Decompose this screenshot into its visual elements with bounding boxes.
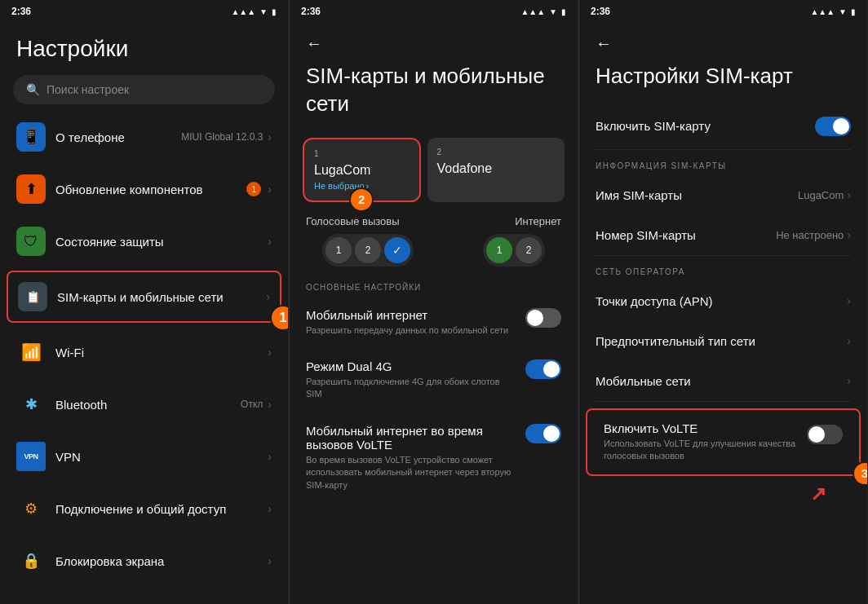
lock-label: Блокировка экрана <box>55 554 268 568</box>
internet-selector: 1 2 <box>483 234 545 267</box>
dual4g-toggle[interactable] <box>525 359 561 379</box>
section-operator: СЕТЬ ОПЕРАТОРА <box>579 256 867 281</box>
sim-text: SIM-карты и мобильные сети <box>57 290 266 304</box>
signal-icon-3: ▲▲▲ <box>810 7 835 16</box>
bluetooth-icon: ✱ <box>16 390 46 419</box>
internet-sim2-btn[interactable]: 2 <box>516 237 542 263</box>
back-button-2[interactable]: ← <box>290 23 578 56</box>
status-bar-2: 2:36 ▲▲▲ ▼ ▮ <box>290 0 578 23</box>
battery-icon: ▮ <box>272 7 277 16</box>
menu-mobile-internet[interactable]: Мобильный интернет Разрешить передачу да… <box>290 297 578 348</box>
enable-sim-item[interactable]: Включить SIM-карту <box>579 104 867 149</box>
settings-list: 📱 О телефоне MIUI Global 12.0.3 › ⬆ Обно… <box>0 111 288 587</box>
divider-sim3 <box>596 401 851 402</box>
network-type-label: Предпочтительный тип сети <box>596 334 755 348</box>
settings-item-share[interactable]: ⚙ Подключение и общий доступ › <box>0 483 288 535</box>
bluetooth-text: Bluetooth <box>55 398 241 412</box>
settings-item-about[interactable]: 📱 О телефоне MIUI Global 12.0.3 › <box>0 111 288 163</box>
apn-arrow: › <box>847 294 851 307</box>
mobile-networks-label: Мобильные сети <box>596 374 691 388</box>
mobile-networks-arrow: › <box>847 374 851 387</box>
signal-icon-2: ▲▲▲ <box>520 7 545 16</box>
panel-sim: 2:36 ▲▲▲ ▼ ▮ ← SIM-карты и мобильные сет… <box>290 0 578 604</box>
volte-calls-toggle[interactable] <box>525 424 561 443</box>
about-text: О телефоне <box>55 130 181 144</box>
wifi-text: Wi-Fi <box>55 346 268 359</box>
call-internet-row: Голосовые вызовы Интернет 1 2 ✓ 1 2 <box>290 209 578 273</box>
protection-arrow: › <box>268 235 272 248</box>
voice-auto-btn[interactable]: ✓ <box>384 237 410 263</box>
sim1-number: 1 <box>314 149 410 158</box>
page-title-sim: SIM-карты и мобильные сети <box>290 56 578 131</box>
vpn-icon: VPN <box>16 442 46 471</box>
mobile-internet-toggle[interactable] <box>525 308 561 328</box>
apn-item[interactable]: Точки доступа (APN) › <box>579 281 867 321</box>
sim-content: ← SIM-карты и мобильные сети 1 LugaCom Н… <box>290 23 578 604</box>
section-basic-settings: ОСНОВНЫЕ НАСТРОЙКИ <box>290 273 578 297</box>
signal-icon: ▲▲▲ <box>231 7 255 16</box>
share-icon: ⚙ <box>16 494 46 523</box>
menu-volte-calls[interactable]: Мобильный интернет во время вызовов VoLT… <box>290 412 578 503</box>
settings-item-lock[interactable]: 🔒 Блокировка экрана › <box>0 535 288 587</box>
about-icon: 📱 <box>16 122 46 152</box>
calls-label: Голосовые вызовы <box>306 215 400 227</box>
update-badge: 1 <box>246 182 261 196</box>
wifi-status-icon-2: ▼ <box>549 7 557 16</box>
lock-arrow: › <box>268 554 272 567</box>
network-type-item[interactable]: Предпочтительный тип сети › <box>579 321 867 361</box>
status-icons-2: ▲▲▲ ▼ ▮ <box>520 7 566 16</box>
mobile-internet-title: Мобильный интернет <box>306 308 516 322</box>
update-text: Обновление компонентов <box>55 183 246 196</box>
settings-item-sim[interactable]: 📋 SIM-карты и мобильные сети › <box>7 271 281 323</box>
toggle-thumb-2 <box>543 361 560 377</box>
settings-item-vpn[interactable]: VPN VPN › <box>0 430 288 483</box>
lock-icon: 🔒 <box>16 546 46 575</box>
about-arrow: › <box>268 130 272 143</box>
voice-sim2-btn[interactable]: 2 <box>355 237 381 263</box>
page-title-settings: Настройки <box>0 23 288 68</box>
search-placeholder: Поиск настроек <box>46 83 129 96</box>
internet-label: Интернет <box>515 215 561 227</box>
protection-text: Состояние защиты <box>55 235 268 249</box>
sim-name-value: LugaCom <box>798 189 844 201</box>
sim-number-item[interactable]: Номер SIM-карты Не настроено › <box>579 215 867 255</box>
volte-toggle[interactable] <box>807 425 843 444</box>
settings-item-protection[interactable]: 🛡 Состояние защиты › <box>0 215 288 267</box>
sim-selector-row: 1 2 ✓ 1 2 <box>322 234 545 267</box>
menu-dual4g[interactable]: Режим Dual 4G Разрешить подключение 4G д… <box>290 348 578 412</box>
voice-sim1-btn[interactable]: 1 <box>326 237 352 263</box>
mobile-networks-item[interactable]: Мобильные сети › <box>579 361 867 401</box>
network-type-arrow: › <box>847 334 851 347</box>
sim-card-2[interactable]: 2 Vodafone <box>427 138 565 202</box>
volte-item[interactable]: Включить VoLTE Использовать VoLTE для ул… <box>586 408 861 476</box>
wifi-status-icon-3: ▼ <box>839 7 847 16</box>
sim-name-item[interactable]: Имя SIM-карты LugaCom › <box>579 175 867 215</box>
toggle-thumb <box>527 310 543 326</box>
page-title-sim-settings: Настройки SIM-карт <box>579 56 867 104</box>
settings-item-wifi[interactable]: 📶 Wi-Fi › <box>0 326 288 378</box>
search-bar[interactable]: 🔍 Поиск настроек <box>13 75 275 104</box>
status-time-1: 2:36 <box>11 6 31 17</box>
internet-sim1-btn[interactable]: 1 <box>486 237 512 263</box>
update-icon: ⬆ <box>16 174 46 204</box>
step-badge-2: 2 <box>349 187 374 212</box>
volte-calls-title: Мобильный интернет во время вызовов VoLT… <box>306 424 516 452</box>
status-time-3: 2:36 <box>591 6 610 17</box>
protection-label: Состояние защиты <box>55 235 268 249</box>
settings-item-update[interactable]: ⬆ Обновление компонентов 1 › <box>0 163 288 215</box>
share-arrow: › <box>268 502 272 515</box>
status-time-2: 2:36 <box>301 6 321 17</box>
volte-text: Включить VoLTE Использовать VoLTE для ул… <box>604 421 807 463</box>
vpn-label: VPN <box>55 450 268 464</box>
settings-item-bluetooth[interactable]: ✱ Bluetooth Откл › <box>0 378 288 430</box>
search-icon: 🔍 <box>26 83 40 96</box>
sim-name-arrow: › <box>847 188 851 201</box>
bluetooth-label: Bluetooth <box>55 398 241 412</box>
back-button-3[interactable]: ← <box>579 23 867 56</box>
sim-number-value: Не настроено <box>776 229 844 241</box>
enable-sim-toggle[interactable] <box>815 117 851 136</box>
volte-calls-text: Мобильный интернет во время вызовов VoLT… <box>306 424 525 492</box>
share-label: Подключение и общий доступ <box>55 502 268 516</box>
vpn-text: VPN <box>55 450 268 464</box>
protection-icon: 🛡 <box>16 227 46 256</box>
